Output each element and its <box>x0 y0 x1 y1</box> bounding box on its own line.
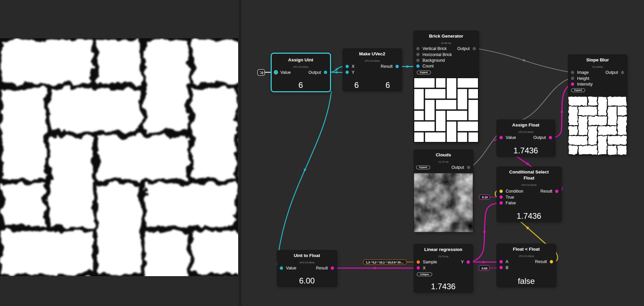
svg-text:Condition: Condition <box>506 189 524 194</box>
svg-text:Value: Value <box>280 70 291 75</box>
svg-text:0.00: 0.00 <box>482 267 487 270</box>
svg-text:Linear regression: Linear regression <box>424 247 462 252</box>
svg-text:false: false <box>518 276 535 286</box>
svg-text:Sample: Sample <box>423 260 437 264</box>
svg-text:Slope Blur: Slope Blur <box>586 57 609 62</box>
svg-text:Intensity: Intensity <box>577 82 593 87</box>
svg-text:Expand: Expand <box>420 71 428 74</box>
svg-text:Result: Result <box>540 189 552 194</box>
svg-text:Value: Value <box>506 135 516 140</box>
svg-text:CPU Σ0.00ms: CPU Σ0.00ms <box>518 131 534 134</box>
svg-text:X: X <box>352 64 355 69</box>
svg-text:Result: Result <box>535 259 547 264</box>
svg-text:False: False <box>506 201 516 205</box>
svg-text:1,3: 1,3 <box>366 261 370 264</box>
svg-text:Brick Generator: Brick Generator <box>429 34 464 39</box>
svg-text:1.7436: 1.7436 <box>517 211 541 220</box>
svg-text:Float: Float <box>524 175 535 181</box>
svg-text:CPU Σ0.00ms: CPU Σ0.00ms <box>299 261 315 264</box>
svg-text:CPU Σ0.00ms: CPU Σ0.00ms <box>519 255 534 258</box>
svg-text:CPU Σ0.00ms: CPU Σ0.00ms <box>521 184 537 187</box>
svg-text:0.10: 0.10 <box>482 196 488 199</box>
svg-text:Output: Output <box>451 165 464 170</box>
svg-text:6: 6 <box>385 81 390 90</box>
svg-text:X: X <box>423 266 426 270</box>
svg-text:Make UVec2: Make UVec2 <box>359 51 385 56</box>
svg-text:Σ11.60ms: Σ11.60ms <box>592 65 603 68</box>
svg-text:B: B <box>506 265 508 270</box>
svg-text:Collapse: Collapse <box>420 273 429 276</box>
svg-text:Output: Output <box>605 70 618 75</box>
svg-text:Image: Image <box>577 70 589 75</box>
svg-text:Result: Result <box>316 266 328 270</box>
svg-text:Uint to Float: Uint to Float <box>294 253 320 258</box>
svg-text:1.7436: 1.7436 <box>431 282 455 291</box>
svg-text:Assign Uint: Assign Uint <box>288 57 314 62</box>
svg-text:6.00: 6.00 <box>299 276 315 285</box>
svg-text:Σ5.75 ms: Σ5.75 ms <box>438 255 448 258</box>
svg-text:Σ0.86 ms: Σ0.86 ms <box>441 42 451 45</box>
svg-text:Expand: Expand <box>574 89 582 92</box>
svg-text:Conditional Select: Conditional Select <box>509 169 549 174</box>
svg-text:15,0.5: 15,0.5 <box>387 261 395 264</box>
svg-text:Output: Output <box>308 70 321 75</box>
svg-text:Y: Y <box>461 260 464 264</box>
svg-text:Expand: Expand <box>419 166 427 169</box>
svg-text:10,1: 10,1 <box>379 261 385 264</box>
svg-text:5,2: 5,2 <box>372 261 376 264</box>
svg-text:Float < Float: Float < Float <box>513 247 540 252</box>
svg-text:Y: Y <box>352 70 355 75</box>
svg-text:Count: Count <box>423 64 434 68</box>
svg-text:Horizontal Brick: Horizontal Brick <box>423 52 452 57</box>
svg-text:Clouds: Clouds <box>436 152 451 157</box>
svg-text:Background: Background <box>423 58 445 63</box>
svg-text:Height: Height <box>577 76 590 81</box>
svg-text:Output: Output <box>533 135 546 140</box>
svg-text:Assign Float: Assign Float <box>512 122 540 128</box>
svg-text:6: 6 <box>299 81 303 90</box>
svg-text:Σ1.72 ms: Σ1.72 ms <box>438 160 448 163</box>
svg-text:0: 0 <box>261 71 263 75</box>
svg-text:Value: Value <box>286 266 297 270</box>
svg-text:20…: 20… <box>397 261 404 264</box>
svg-text:CPU Σ0.00ms: CPU Σ0.00ms <box>365 59 380 62</box>
svg-text:1.7436: 1.7436 <box>514 146 538 155</box>
svg-text:A: A <box>506 259 509 264</box>
svg-text:CPU Σ0.00ms: CPU Σ0.00ms <box>293 65 309 68</box>
svg-text:Result: Result <box>381 64 393 69</box>
svg-text:6: 6 <box>354 81 359 90</box>
svg-text:Output: Output <box>457 46 470 51</box>
svg-text:True: True <box>506 195 514 200</box>
svg-text:Vertical Brick: Vertical Brick <box>423 46 447 51</box>
